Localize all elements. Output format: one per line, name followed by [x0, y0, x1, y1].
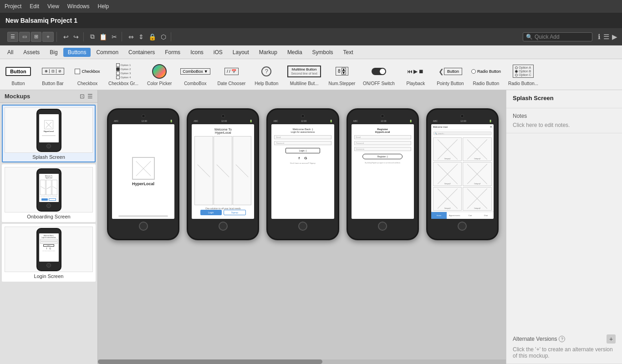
tab-ios[interactable]: iOS	[209, 48, 227, 57]
tab-containers[interactable]: Containers	[124, 48, 159, 57]
phone-dashboard: ABC 12:00 🔋 Welcome User ☰ 🔍 search...	[426, 108, 499, 240]
tab-media[interactable]: Media	[283, 48, 307, 57]
toolbar-view-grid[interactable]: ⊞	[31, 32, 41, 42]
tab-buttons[interactable]: Buttons	[63, 48, 91, 57]
dash-tab-appointments[interactable]: Appointments	[447, 212, 462, 219]
comp-pointy-button[interactable]: ❮ Button Pointy Button	[437, 63, 464, 86]
stepper-value: 8	[338, 69, 341, 74]
comp-toggle-label: ON/OFF Switch	[363, 81, 395, 86]
phone-battery-3: 🔋	[330, 120, 332, 122]
align-icon[interactable]: ⇔	[127, 32, 136, 41]
menu-edit[interactable]: Edit	[30, 3, 39, 10]
phone-register: ABC 12:00 🔋 RegisterHyperLocal Email Pas…	[347, 108, 419, 240]
toolbar: ☰ ▭ ⊞ ＋ ↩ ↪ ⧉ 📋 ✂ ⇔ ⇕ 🔒 ⬡ 🔍 ℹ ☰ ▶	[0, 28, 622, 46]
comp-date-chooser[interactable]: / / 📅 Date Chooser	[218, 63, 246, 86]
sidebar-item-splash[interactable]: HyperLocal Splash Screen	[2, 105, 96, 162]
dash-cell-3[interactable]: Category3	[433, 162, 462, 186]
sidebar-item-onboarding-label: Onboarding Screen	[5, 214, 93, 219]
dash-tab-chat[interactable]: Chat	[478, 212, 494, 219]
toolbar-menu-button[interactable]: ☰	[7, 32, 18, 42]
tab-text[interactable]: Text	[339, 48, 358, 57]
onboard-login-btn[interactable]: Login	[200, 210, 222, 215]
dash-cell-5[interactable]: Category5	[433, 187, 462, 211]
right-panel-alt-versions-section: Alternate Versions ? + Click the '+' to …	[506, 330, 622, 364]
register-submit-btn[interactable]: Register :)	[362, 154, 403, 159]
dash-tab-cart[interactable]: Cart	[462, 212, 478, 219]
comp-radio-button-bar[interactable]: Option A Option B Option C Radio Button.…	[508, 63, 538, 86]
comp-num-stepper-visual: 8 ▲ ▼	[336, 63, 348, 80]
sidebar-item-onboarding[interactable]: Welcome ToHyperLocal One solution to all…	[2, 164, 96, 222]
tab-layout[interactable]: Layout	[228, 48, 254, 57]
google-login-icon[interactable]: G	[304, 156, 307, 160]
splash-thumb-phone: HyperLocal	[36, 109, 61, 152]
delete-icon[interactable]: ✂	[110, 32, 119, 41]
paste-icon[interactable]: 📋	[97, 32, 109, 41]
btn-bar-icon3: ⊘	[57, 69, 63, 73]
dash-cell-1[interactable]: Category1	[433, 137, 462, 161]
phone-screen-onboarding: Welcome ToHyperLocal One solution to all…	[192, 124, 254, 219]
canvas-area[interactable]: ABC 12:00 🔋 HyperLocal ABC	[98, 90, 506, 364]
sidebar-view-toggle-icon[interactable]: ⊡	[80, 93, 85, 100]
dash-cell-6[interactable]: Category6	[463, 187, 492, 211]
menu-windows[interactable]: Windows	[67, 3, 90, 10]
alt-versions-add-button[interactable]: +	[607, 334, 616, 344]
toolbar-menu-group: ☰ ▭ ⊞ ＋	[5, 32, 57, 42]
phone-carrier-1: ABC	[114, 120, 118, 122]
info-icon[interactable]: ℹ	[598, 33, 601, 41]
quick-add-input[interactable]	[535, 34, 589, 40]
tab-symbols[interactable]: Symbols	[308, 48, 338, 57]
alt-versions-help-icon[interactable]: ?	[559, 336, 565, 342]
dash-menu-icon[interactable]: ☰	[490, 126, 492, 128]
dash-cell-4[interactable]: Category4	[463, 162, 492, 186]
component-tabs: All Assets Big Buttons Common Containers…	[0, 46, 622, 59]
phone-onboarding: ABC 12:00 🔋 Welcome ToHyperLocal One sol…	[187, 108, 259, 240]
login-submit-btn[interactable]: Login :)	[286, 148, 320, 153]
tab-markup[interactable]: Markup	[255, 48, 282, 57]
copy-icon[interactable]: ⧉	[88, 32, 97, 41]
toolbar-edit-group: ⧉ 📋 ✂	[86, 32, 122, 41]
toolbar-view-single[interactable]: ▭	[19, 32, 30, 42]
menu-view[interactable]: View	[47, 3, 59, 10]
comp-button[interactable]: Button Button	[5, 63, 32, 86]
tab-all[interactable]: All	[3, 48, 18, 57]
tab-forms[interactable]: Forms	[160, 48, 185, 57]
redo-icon[interactable]: ↪	[71, 32, 81, 41]
comp-help-button[interactable]: ? Help Button	[253, 63, 280, 86]
dash-cell-1-label: Category1	[444, 158, 451, 160]
right-panel-notes-content[interactable]: Click here to edit notes.	[513, 122, 616, 128]
canvas-hscrollbar[interactable]	[98, 359, 506, 364]
comp-button-bar[interactable]: ⊕ ⊡ ⊘ Button Bar	[39, 63, 66, 86]
comp-checkbox-group[interactable]: Option 1 Option 2 Option 3 Option 4 Chec…	[108, 63, 138, 86]
facebook-login-icon[interactable]: f	[299, 156, 300, 160]
register-email-field: Email	[354, 135, 411, 139]
tab-common[interactable]: Common	[92, 48, 123, 57]
comp-combobox[interactable]: ComboBox ▼ ComboBox	[180, 63, 210, 86]
properties-icon[interactable]: ☰	[603, 33, 609, 41]
tab-big[interactable]: Big	[45, 48, 62, 57]
comp-playback[interactable]: ⏮ ▶ ⏹ Playback	[402, 63, 429, 86]
dash-cell-2[interactable]: Category2	[463, 137, 492, 161]
onboard-signup-btn[interactable]: Signup	[224, 210, 246, 215]
dash-tab-home[interactable]: Home	[431, 212, 447, 219]
tab-assets[interactable]: Assets	[19, 48, 44, 57]
preview-icon[interactable]: ▶	[612, 33, 617, 41]
comp-color-picker[interactable]: Color Picker	[146, 63, 173, 86]
comp-checkbox[interactable]: Checkbox Checkbox	[74, 63, 101, 86]
comp-num-stepper[interactable]: 8 ▲ ▼ Num.Stepper	[328, 63, 356, 86]
tab-icons[interactable]: Icons	[186, 48, 208, 57]
splash-thumb-name: HyperLocal	[44, 130, 54, 132]
toolbar-add-button[interactable]: ＋	[42, 32, 54, 42]
lock-icon[interactable]: 🔒	[147, 32, 158, 41]
dash-search[interactable]: 🔍 search...	[433, 131, 492, 135]
sidebar-item-login[interactable]: Welcome Back :)Login for awesomeness Log…	[2, 224, 96, 282]
phone-carrier-3: ABC	[273, 120, 278, 122]
menu-project[interactable]: Project	[5, 3, 21, 10]
menu-help[interactable]: Help	[98, 3, 109, 10]
comp-radio-button[interactable]: Radio Button Radio Button	[471, 63, 501, 86]
group-icon[interactable]: ⬡	[159, 32, 168, 41]
comp-toggle[interactable]: ON/OFF Switch	[363, 63, 395, 86]
sidebar-menu-icon[interactable]: ☰	[87, 93, 93, 100]
comp-multiline-button[interactable]: Multiline ButtonSecond line of text Mult…	[287, 63, 321, 86]
undo-icon[interactable]: ↩	[61, 32, 71, 41]
distribute-icon[interactable]: ⇕	[137, 32, 146, 41]
